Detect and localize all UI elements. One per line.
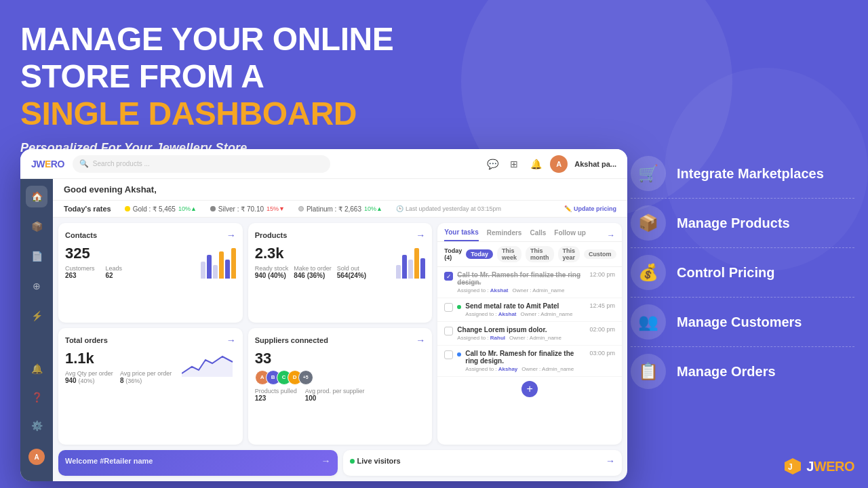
task-checkbox-2[interactable] [444, 303, 453, 312]
update-pricing-button[interactable]: ✏️ Update pricing [564, 205, 616, 212]
timestamp-text: Last updated yesterday at 03:15pm [406, 205, 501, 212]
contacts-total: 325 [65, 245, 122, 262]
feature-integrate-marketplaces: 🛒 Integrate Marketplaces [631, 149, 854, 199]
live-visitors-title-row: Live visitors [350, 457, 401, 465]
manage-orders-label: Manage Orders [677, 364, 776, 380]
task-right-1: 12:00 pm [589, 271, 615, 278]
orders-title: Total orders [65, 336, 108, 344]
task-content-4: Call to Mr. Ramesh for finalize the ring… [465, 350, 585, 372]
task-item-1: ✓ Call to Mr. Ramesh for finalize the ri… [437, 267, 622, 298]
tab-follow-up[interactable]: Follow up [554, 229, 586, 241]
task-checkbox-4[interactable] [444, 350, 453, 359]
filter-custom[interactable]: Custom [584, 249, 616, 259]
task-time-4: 03:00 pm [589, 350, 615, 357]
contacts-left: 325 Customers 263 Leads 62 [65, 245, 122, 279]
grid-icon[interactable]: ⊞ [507, 157, 521, 171]
hero-title-line1: MANAGE YOUR ONLINE STORE FROM A [20, 20, 427, 95]
sidebar-home-icon[interactable]: 🏠 [26, 186, 47, 207]
avg-price-stat: Avg price per order 8 (36%) [120, 370, 172, 384]
notifications-icon[interactable]: 🔔 [528, 157, 543, 171]
contacts-arrow-icon[interactable]: → [226, 230, 236, 241]
live-visitors-arrow-icon[interactable]: → [606, 455, 615, 466]
make-to-order-stat: Make to order 846 (36%) [294, 265, 332, 279]
welcome-card-header: Welcome #Retailer name → [65, 455, 331, 466]
sidebar-doc-icon[interactable]: 📄 [26, 245, 47, 267]
tab-your-tasks[interactable]: Your tasks [444, 228, 478, 241]
avatar: A [550, 155, 568, 173]
rates-bar: Today's rates Gold : ₹ 5,465 10%▲ Silver… [53, 201, 627, 218]
suppliers-left: 33 A B C D +5 Products pulled [255, 350, 365, 402]
bar-4 [219, 251, 224, 279]
contacts-title: Contacts [65, 231, 97, 239]
filter-this-year[interactable]: This year [558, 246, 580, 262]
svg-marker-1 [785, 458, 801, 474]
tasks-arrow-icon[interactable]: → [607, 230, 615, 240]
products-pulled-stat: Products pulled 123 [255, 388, 297, 402]
sidebar-layers-icon[interactable]: ⊕ [26, 275, 47, 297]
make-label: Make to order [294, 265, 332, 272]
task-item-2: Send metal rate to Amit Patel Assigned t… [437, 298, 622, 322]
make-value: 846 (36%) [294, 272, 332, 279]
sidebar-user-icon[interactable]: A [26, 446, 47, 468]
contacts-card-header: Contacts → [65, 230, 236, 241]
bar-3 [213, 265, 218, 279]
task-assigned-4: Assigned to : Akshay [465, 366, 517, 372]
bottom-row: Welcome #Retailer name → Live visitors → [53, 450, 627, 481]
orders-line-chart [182, 350, 236, 377]
silver-change: 15%▼ [267, 205, 285, 212]
task-meta-4: Assigned to : Akshay Owner : Admin_name [465, 366, 585, 372]
customers-stat: Customers 263 [65, 265, 95, 279]
task-time-3: 02:00 pm [589, 326, 615, 333]
search-bar[interactable]: 🔍 Search products ... [73, 155, 330, 173]
products-left: 2.3k Ready stock 940 (40%) Make to order… [255, 245, 366, 279]
add-task-button[interactable]: + [521, 381, 538, 397]
avg-qty-value: 940 (40%) [65, 377, 113, 384]
sold-value: 564(24%) [337, 272, 366, 279]
contacts-content: 325 Customers 263 Leads 62 [65, 245, 236, 279]
bar-6 [231, 248, 236, 279]
task-assigned-3: Assigned to : Rahul [457, 335, 505, 341]
task-checkbox-3[interactable] [444, 327, 453, 336]
leads-stat: Leads 62 [106, 265, 123, 279]
sidebar-chart-icon[interactable]: ⚡ [26, 305, 47, 327]
user-name: Akshat pa... [574, 160, 616, 168]
products-pulled-label: Products pulled [255, 388, 297, 394]
svg-text:J: J [788, 462, 793, 472]
filter-this-week[interactable]: This week [497, 246, 521, 262]
dashboard-logo: JWERO [31, 159, 64, 169]
suppliers-card-header: Suppliers connected → [255, 335, 426, 346]
filter-label: Today (4) [444, 247, 462, 261]
welcome-arrow-icon[interactable]: → [321, 455, 331, 466]
sidebar-help-icon[interactable]: ❓ [26, 386, 47, 408]
live-visitors-card: Live visitors → [343, 450, 623, 476]
platinum-dot [298, 206, 304, 211]
hero-section: MANAGE YOUR ONLINE STORE FROM A SINGLE D… [20, 20, 427, 155]
products-chart [396, 245, 425, 279]
contacts-chart [201, 245, 236, 279]
search-placeholder: Search products ... [93, 160, 150, 167]
manage-customers-label: Manage Customers [677, 314, 802, 330]
tab-calls[interactable]: Calls [530, 229, 546, 241]
sidebar-bell-icon[interactable]: 🔔 [26, 358, 47, 380]
task-checkbox-1[interactable]: ✓ [444, 272, 453, 281]
tab-reminders[interactable]: Reminders [487, 229, 522, 241]
sold-out-stat: Sold out 564(24%) [337, 265, 366, 279]
tasks-tabs: Your tasks Reminders Calls Follow up → [437, 223, 622, 242]
task-item-3: Change Lorem ipsum dolor. Assigned to : … [437, 322, 622, 346]
sidebar-box-icon[interactable]: 📦 [26, 216, 47, 237]
filter-this-month[interactable]: This month [526, 246, 554, 262]
jwero-logo-text: JWERO [806, 459, 854, 474]
bar-2 [207, 255, 212, 279]
suppliers-arrow-icon[interactable]: → [416, 335, 425, 346]
bar-1 [201, 262, 205, 279]
products-arrow-icon[interactable]: → [416, 230, 425, 241]
messages-icon[interactable]: 💬 [485, 157, 500, 171]
task-time-2: 12:45 pm [589, 302, 615, 309]
avg-prod-stat: Avg prod. per supplier 100 [305, 388, 365, 402]
filter-today[interactable]: Today [466, 249, 493, 259]
sidebar-settings-icon[interactable]: ⚙️ [26, 415, 47, 436]
orders-card-header: Total orders → [65, 335, 236, 346]
live-visitors-header: Live visitors → [350, 455, 616, 466]
orders-arrow-icon[interactable]: → [226, 335, 236, 346]
avg-prod-label: Avg prod. per supplier [305, 388, 365, 394]
